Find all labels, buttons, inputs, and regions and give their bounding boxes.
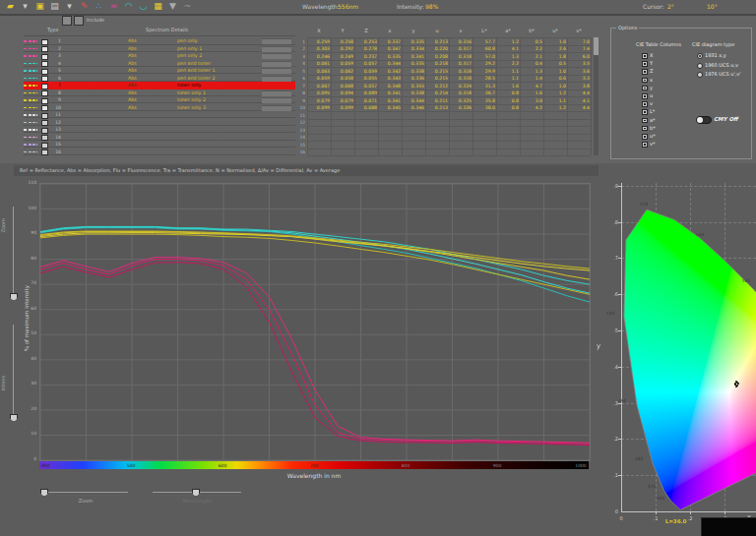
row-type: Abs: [128, 61, 137, 66]
cie-wavelength-label: 470: [648, 484, 656, 489]
vertical-zoom-slider-handle[interactable]: [10, 293, 18, 301]
table-row-number: 11: [296, 113, 305, 118]
select-all-icon[interactable]: [62, 16, 72, 26]
scatter-points-icon[interactable]: ∴: [93, 1, 105, 12]
selected-color-swatch: [701, 517, 756, 536]
palette-grid-icon[interactable]: ▦: [152, 1, 164, 12]
table-row-number: 10: [296, 105, 305, 110]
curve-wave-icon[interactable]: ◠: [122, 1, 135, 12]
checkbox-v[interactable]: [642, 101, 648, 107]
arc-icon[interactable]: ◡: [137, 1, 150, 12]
wavelength-slider-handle[interactable]: [192, 489, 200, 497]
cie-horseshoe: [621, 183, 756, 511]
column-header-x: x: [378, 28, 402, 33]
list-item[interactable]: 10Abstoner only 3: [24, 104, 295, 112]
cie-wavelength-label: 520: [640, 202, 648, 207]
caret-down-icon[interactable]: ▾: [63, 1, 76, 12]
table-row-number: 1: [296, 39, 305, 44]
table-cell: 0.249: [332, 54, 353, 59]
cmy-toggle-knob[interactable]: [697, 117, 703, 123]
x-axis-title: Wavelength in nm: [39, 472, 589, 479]
row-number: 15: [49, 142, 61, 147]
checkbox-u[interactable]: [642, 93, 648, 99]
checkbox-L*[interactable]: [642, 109, 648, 115]
list-item[interactable]: 4Abspen and toner: [24, 60, 295, 68]
checkbox-v*[interactable]: [642, 142, 648, 148]
display-icon[interactable]: [41, 149, 48, 155]
marker-pin-icon[interactable]: ▼: [166, 1, 179, 12]
list-item[interactable]: 15: [24, 141, 295, 149]
table-cell: 0.324: [450, 84, 472, 89]
vertical-zoom-slider-track[interactable]: [13, 207, 14, 297]
curve-color-swatch: [24, 129, 37, 131]
checkbox-a*[interactable]: [642, 118, 648, 124]
table-cell: 0.317: [450, 46, 472, 51]
checkbox-Y[interactable]: [642, 61, 648, 67]
list-item[interactable]: 13: [24, 126, 295, 134]
radio-label: 1960 UCS u,v: [705, 62, 738, 68]
list-item[interactable]: 5Abspen and toner 1: [24, 67, 295, 75]
intensity-label: Intensity:: [397, 3, 424, 10]
table-grid-line: [307, 149, 591, 149]
table-grid-line: [307, 111, 591, 112]
list-item[interactable]: 3Abspen only 2: [24, 52, 295, 60]
row-name: pen only 1: [177, 46, 202, 51]
copy-icon[interactable]: ▤: [48, 1, 61, 12]
table-cell: 0.338: [403, 90, 424, 95]
zoom-slider-track[interactable]: [43, 492, 128, 493]
list-item[interactable]: 6Abspen and toner 2: [24, 75, 295, 83]
list-item[interactable]: 8Abstoner only 1: [24, 89, 295, 97]
list-item[interactable]: 12: [24, 119, 295, 127]
checkbox-X[interactable]: [642, 53, 648, 59]
spectrum-chart[interactable]: [39, 183, 591, 461]
pen-icon[interactable]: ✎: [78, 1, 91, 12]
list-item[interactable]: 7Abstoner only: [24, 82, 295, 89]
table-cell: 0.335: [379, 54, 401, 59]
table-cell: 1.4: [521, 76, 542, 81]
checkbox-y[interactable]: [642, 86, 648, 91]
table-cell: 0.5: [544, 61, 566, 66]
cie-diagram-type-label: CIE diagram type: [692, 41, 734, 47]
row-number: 8: [49, 90, 61, 95]
table-cell: 0.057: [355, 61, 377, 66]
cie-y-tick-label: 0: [605, 508, 618, 514]
select-none-icon[interactable]: [74, 16, 84, 26]
table-cell: 0.099: [332, 105, 353, 110]
table-cell: 0.220: [426, 46, 448, 51]
open-folder-icon[interactable]: ▰: [4, 1, 17, 12]
spline-icon[interactable]: ~: [181, 1, 194, 12]
intensity-slider-track[interactable]: [13, 325, 14, 416]
checkbox-u*[interactable]: [642, 134, 648, 140]
list-item[interactable]: 14: [24, 134, 295, 142]
chart-canvas: [40, 184, 590, 460]
caret-down-icon[interactable]: ▾: [19, 1, 32, 12]
y-tick-label: 60: [20, 306, 36, 311]
list-item[interactable]: 9Abstoner only 2: [24, 96, 295, 104]
radio-1960 UCS u,v[interactable]: [697, 63, 703, 69]
row-number: 1: [49, 38, 61, 43]
save-icon[interactable]: ▣: [33, 1, 46, 12]
table-cell: 57.0: [473, 54, 495, 59]
table-scrollbar-thumb[interactable]: [594, 37, 598, 55]
checkbox-Z[interactable]: [642, 69, 648, 75]
table-cell: 0.341: [403, 54, 424, 59]
radio-1931 x,y[interactable]: [697, 53, 703, 59]
list-item[interactable]: 1Abspen only: [24, 37, 295, 45]
cmy-toggle[interactable]: [696, 116, 712, 124]
curve-color-swatch: [24, 55, 37, 57]
zoom-slider-handle[interactable]: [40, 489, 48, 497]
table-cell: 0.208: [426, 54, 448, 59]
cursor-value: 2°: [667, 3, 674, 10]
checkbox-x[interactable]: [642, 78, 648, 84]
intensity-slider-handle[interactable]: [10, 414, 18, 422]
checkbox-b*[interactable]: [642, 126, 648, 132]
radio-1976 UCS u',v'[interactable]: [697, 72, 703, 78]
list-item[interactable]: 2Abspen only 1: [24, 45, 295, 53]
table-scrollbar[interactable]: [594, 37, 598, 155]
scribble-icon[interactable]: ≈: [107, 1, 120, 12]
table-cell: 0.067: [308, 84, 330, 89]
list-item[interactable]: 11: [24, 111, 295, 119]
y-tick-label: 100: [20, 206, 36, 210]
zoom-slider-label: Zoom: [43, 498, 128, 504]
list-item[interactable]: 16: [24, 149, 295, 156]
